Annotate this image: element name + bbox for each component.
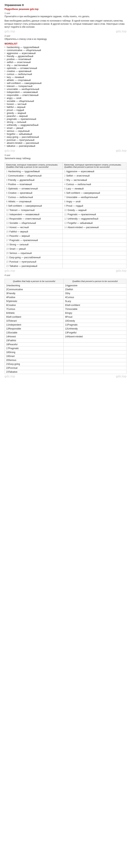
watermark-4: gdz.top (116, 149, 127, 152)
table-row: 23Talkative — разговорчивый (5, 264, 127, 268)
table-row: 7Curious — любопытный7Unsociable — необщ… (5, 195, 127, 199)
step4-label: 4 шаг (4, 274, 127, 277)
filled-table-row: 8Athletic8Angry (5, 311, 127, 315)
word-list-item: punctual — пунктуальный (4, 138, 127, 142)
filled-col1-cell: 17Pragmatic (5, 346, 63, 350)
table-row: 15Faithful — верный (5, 229, 127, 234)
col1-header: Качества, которые помогают стать успешны… (5, 162, 63, 169)
col2-cell: 1Aggressive — агрессивный (63, 169, 127, 174)
step3-label: 3 шаг (4, 154, 127, 156)
filled-table-row: 7Curious7Unsociable (5, 307, 127, 311)
subtitle: Подробное решение gdz.top (4, 8, 127, 10)
word-list-item: friendly — дружелюбный (4, 55, 127, 58)
word-list-item: tolerant — толерантный (4, 85, 127, 88)
col1-cell: 6Creative — креативный (5, 191, 63, 195)
filled-table-row: 14Honest14Absent-minded (5, 335, 127, 338)
word-list-item: serious — серьёзный (4, 130, 127, 132)
filled-table-row: 3Friendly3Shy (5, 291, 127, 295)
filled-col2-cell: 13Forgetful (63, 331, 126, 335)
col2-header-ru: Качества, которые препятствуют стать усп… (64, 164, 122, 166)
col2-cell: 5Lazy — ленивый (63, 186, 127, 191)
watermark-8: gdz.top (116, 375, 127, 378)
filled-col1-cell: 2Communicative (5, 287, 63, 291)
filled-table-row: 15Faithful (5, 338, 127, 342)
col2-cell (63, 229, 127, 234)
table-row: 6Creative — креативный6Self-confident — … (5, 191, 127, 195)
filled-col2-cell: 4Curious (63, 295, 126, 299)
table-row: 5Optimistic — оптимистичный5Lazy — ленив… (5, 186, 127, 191)
col1-cell: 9Self-confident — самоуверенный (5, 204, 63, 208)
filled-col2-cell (63, 342, 126, 346)
watermark-3: gdz.top (4, 149, 15, 152)
watermark-row-3: gdz.top gdz.top (4, 269, 127, 273)
col2-cell (63, 255, 127, 259)
filled-table-row: 19Smart (5, 354, 127, 358)
col1-cell: 16Peaceful — мирный (5, 234, 63, 238)
col1-cell: 18Strong — сильный (5, 242, 63, 247)
filled-col1-cell: 13Sociable (5, 331, 63, 335)
filled-col2-header: Qualities that prevent a person to be su… (63, 279, 126, 283)
filled-table-row: 2Communicative2Selfish (5, 287, 127, 291)
filled-col1-cell: 22Punctual (5, 366, 63, 370)
wordlist-title: WORDLIST (4, 42, 127, 45)
filled-table-row: 16Peaceful (5, 342, 127, 346)
word-list-item: hardworking — трудолюбивый (4, 46, 127, 49)
filled-col1-header: Qualities that help a person to be succe… (5, 279, 63, 283)
table-row: 1Hardworking — трудолюбивый1Aggressive —… (5, 169, 127, 174)
col2-cell: 6Self-confident — самоуверенный (63, 191, 127, 195)
exercise-title: Упражнение 8 (4, 3, 127, 6)
word-list-item: honest — честный (4, 103, 127, 106)
filled-col1-cell: 21Easy-going (5, 362, 63, 366)
watermark-1: gdz.top (4, 30, 15, 33)
solution-table: Качества, которые помогают стать успешны… (4, 162, 127, 268)
col1-cell: 3Friendly — дружелюбный (5, 178, 63, 182)
word-list-item: sociable — общительный (4, 100, 127, 103)
filled-col1-cell: 5Optimistic (5, 299, 63, 303)
filled-table-row: 1Hardworking1Aggressive (5, 283, 127, 287)
filled-col1-cell: 3Friendly (5, 291, 63, 295)
step1-instruction: Прочитайте и при необходимости переведит… (4, 15, 127, 18)
solution-table-section: Качества, которые помогают стать успешны… (4, 162, 127, 268)
word-list-item: angry — злой (4, 97, 127, 100)
filled-col1-cell: 10Tolerant (5, 319, 63, 323)
word-list-item: responsible — ответственный (4, 94, 127, 97)
filled-table-row: 4Positive4Curious (5, 295, 127, 299)
filled-col1-cell: 8Athletic (5, 311, 63, 315)
col2-cell (63, 242, 127, 247)
col2-cell (63, 247, 127, 251)
table-row: 16Peaceful — мирный (5, 234, 127, 238)
filled-col1-cell: 9Self-confident (5, 315, 63, 319)
word-list-item: self-confident — самоуверенный (4, 82, 127, 85)
word-list-item: lazy — ленивый (4, 76, 127, 79)
col2-cell: 9Proud — гордый (63, 204, 127, 208)
filled-col1-cell: 23Talkative (5, 370, 63, 374)
filled-table-row: 23Talkative (5, 370, 127, 374)
filled-col2-cell: 14Absent-minded (63, 335, 126, 338)
col2-cell: 3Shy — застенчивый (63, 178, 127, 182)
filled-col2-cell (63, 362, 126, 366)
col1-cell: 1Hardworking — трудолюбивый (5, 169, 63, 174)
col1-cell: 19Smart — умный (5, 247, 63, 251)
filled-col1-header-text: Qualities that help a person to be succe… (13, 280, 55, 282)
word-list-item: smart — умный (4, 127, 127, 130)
filled-col2-cell: 6Self-confident (63, 303, 126, 307)
col1-cell: 15Faithful — верный (5, 229, 63, 234)
word-list-item: absent-minded — рассеянный (4, 142, 127, 145)
table-row: 3Friendly — дружелюбный3Shy — застенчивы… (5, 178, 127, 182)
filled-table-row: 6Creative6Self-confident (5, 303, 127, 307)
filled-table-row: 13Sociable13Forgetful (5, 331, 127, 335)
table-row: 22Punctual — пунктуальный (5, 259, 127, 264)
step1-label: 1 шаг (4, 12, 127, 14)
word-list-item: optimistic — оптимистичный (4, 67, 127, 70)
filled-col2-cell (63, 350, 126, 354)
filled-col2-cell: 12Unfriendly (63, 327, 126, 331)
watermark-2: gdz.top (116, 30, 127, 33)
col2-cell: 11Pragmatic — прагматичный (63, 212, 127, 217)
table-row: 9Self-confident — самоуверенный9Proud — … (5, 204, 127, 208)
word-list-item: unfriendly — недружелюбный (4, 124, 127, 127)
filled-col2-cell (63, 346, 126, 350)
filled-col2-cell: 11Pragmatic (63, 323, 126, 327)
word-list-item: positive — позитивный (4, 58, 127, 61)
word-list-item: selfish — эгоистичный (4, 61, 127, 64)
filled-col2-cell (63, 366, 126, 370)
